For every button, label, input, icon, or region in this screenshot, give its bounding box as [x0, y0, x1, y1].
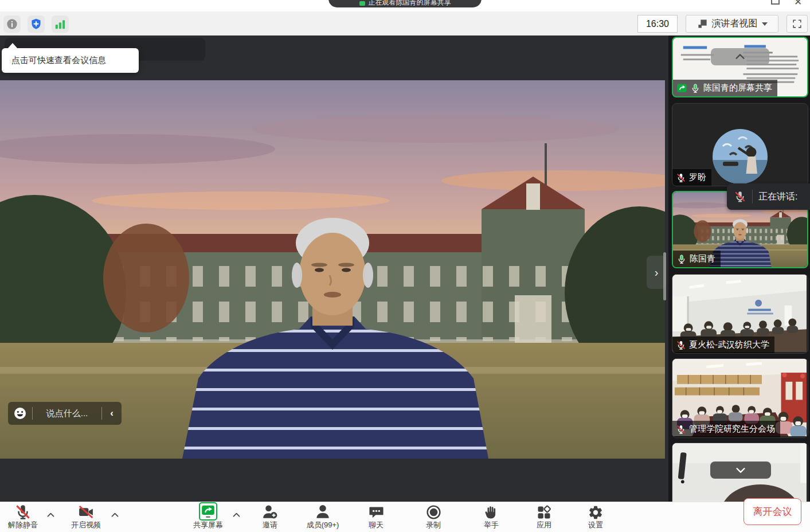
start-video-label: 开启视频 [71, 521, 101, 529]
speaking-toast-text: 正在讲话: [758, 191, 797, 203]
members-button[interactable]: 成员(99+) [296, 502, 350, 532]
chevron-down-icon [734, 464, 747, 476]
stage-scrollbar[interactable] [663, 252, 666, 300]
participant-name-tag: 陈国青的屏幕共享 [673, 80, 777, 96]
chevron-up-icon [734, 50, 746, 63]
chat-button[interactable]: 聊天 [358, 502, 394, 532]
meeting-info-tooltip: 点击可快速查看会议信息 [2, 48, 139, 73]
tile-screen-share[interactable]: 陈国青的屏幕共享 [672, 37, 808, 97]
screen-share-icon [676, 83, 687, 93]
emoji-button[interactable] [8, 406, 32, 420]
invite-icon [261, 503, 279, 521]
share-options-chevron[interactable] [232, 510, 241, 522]
participant-name: 陈国青 [690, 253, 715, 264]
chevron-up-icon [46, 510, 56, 520]
share-screen-label: 共享屏幕 [193, 521, 223, 529]
share-screen-button[interactable]: 共享屏幕 [186, 502, 230, 532]
security-button[interactable] [28, 15, 45, 33]
tile-participant[interactable]: 管理学院研究生分会场 [672, 358, 808, 438]
participant-name-tag: 夏火松-武汉纺织大学 [672, 337, 774, 353]
mic-active-icon [676, 254, 687, 264]
speaking-toast: 正在讲话: [727, 183, 810, 210]
raise-hand-icon [483, 504, 499, 521]
signal-bars-icon [54, 18, 66, 30]
settings-button[interactable]: 设置 [577, 502, 614, 532]
tile-participant-partial[interactable] [672, 443, 808, 502]
raise-hand-button[interactable]: 举手 [472, 502, 510, 532]
members-label: 成员(99+) [307, 521, 339, 529]
mic-muted-icon [676, 173, 686, 183]
unmute-button[interactable]: 解除静音 [1, 502, 45, 532]
record-button[interactable]: 录制 [414, 502, 453, 532]
members-icon [314, 503, 331, 521]
video-options-chevron[interactable] [110, 510, 120, 522]
apps-button[interactable]: 应用 [525, 502, 563, 532]
tooltip-arrow [7, 43, 18, 49]
chat-label: 聊天 [369, 521, 384, 529]
divider [752, 190, 753, 204]
settings-label: 设置 [588, 521, 603, 529]
participant-name-tag: 罗盼 [672, 169, 711, 186]
apps-label: 应用 [537, 521, 551, 529]
participant-name: 陈国青的屏幕共享 [703, 83, 772, 93]
participant-name: 管理学院研究生分会场 [689, 424, 775, 435]
chevron-down-icon [762, 22, 768, 26]
chevron-up-icon [110, 510, 120, 520]
shield-plus-icon [30, 18, 42, 30]
meeting-timer: 16:30 [637, 15, 678, 33]
viewing-banner-text: 正在观看陈国青的屏幕共享 [369, 0, 451, 6]
tile-participant[interactable]: 罗盼 [672, 103, 808, 186]
info-icon [6, 18, 18, 30]
unmute-label: 解除静音 [8, 521, 38, 529]
view-mode-label: 演讲者视图 [712, 18, 758, 30]
meeting-info-button[interactable] [3, 15, 21, 33]
mic-active-icon [690, 83, 701, 93]
screen-share-mini-icon [359, 1, 365, 6]
start-video-button[interactable]: 开启视频 [63, 502, 109, 532]
raise-hand-label: 举手 [484, 521, 499, 529]
tooltip-text: 点击可快速查看会议信息 [11, 55, 106, 66]
view-mode-dropdown[interactable]: 演讲者视图 [686, 15, 778, 33]
settings-gear-icon [588, 504, 604, 521]
chevron-up-icon [232, 510, 241, 520]
layout-icon [697, 18, 708, 29]
smiley-icon [13, 406, 27, 420]
share-screen-icon [201, 504, 216, 519]
viewing-banner: 正在观看陈国青的屏幕共享 [328, 0, 482, 7]
mic-muted-icon [734, 190, 746, 203]
record-label: 录制 [426, 521, 441, 529]
record-icon [425, 504, 442, 521]
sidebar-scroll-down-button[interactable] [710, 461, 771, 479]
quick-chat-bar[interactable]: 说点什么... ‹ [8, 402, 122, 425]
control-toolbar: 解除静音 开启视频 共享屏幕 邀请 成员(99+) 聊天 录制 举手 应用 [0, 502, 810, 532]
sidebar-scroll-up-button[interactable] [711, 48, 769, 65]
avatar-photo [713, 129, 768, 184]
mic-options-chevron[interactable] [46, 510, 56, 522]
tile-participant[interactable]: 夏火松-武汉纺织大学 [672, 274, 808, 354]
window-close-button[interactable]: ✕ [794, 0, 802, 8]
camera-off-icon [77, 503, 95, 521]
participants-sidebar: 陈国青的屏幕共享 罗盼 陈国青 夏火松-武汉纺织大学 管理学院研究生分会 [668, 36, 810, 502]
app-toolbar: 16:30 演讲者视图 [0, 11, 810, 36]
mic-muted-icon [676, 340, 686, 350]
os-titlebar: 正在观看陈国青的屏幕共享 ✕ [0, 0, 810, 11]
participant-name: 夏火松-武汉纺织大学 [689, 339, 769, 350]
participant-name-tag: 管理学院研究生分会场 [672, 421, 780, 437]
network-status-button[interactable] [52, 15, 69, 33]
invite-button[interactable]: 邀请 [252, 502, 288, 532]
participant-name-tag: 陈国青 [673, 251, 721, 267]
mic-muted-icon [676, 424, 686, 435]
mic-muted-icon [14, 503, 32, 521]
chat-collapse-button[interactable]: ‹ [102, 408, 122, 419]
avatar [713, 129, 768, 184]
leave-meeting-button[interactable]: 离开会议 [744, 498, 801, 525]
chat-input-placeholder[interactable]: 说点什么... [33, 408, 101, 419]
chat-icon [368, 504, 385, 521]
invite-label: 邀请 [263, 521, 277, 529]
fullscreen-icon [792, 18, 803, 29]
apps-icon [536, 504, 552, 521]
participant-name: 罗盼 [689, 172, 706, 183]
fullscreen-button[interactable] [786, 15, 808, 33]
window-maximize-button[interactable] [771, 0, 780, 5]
